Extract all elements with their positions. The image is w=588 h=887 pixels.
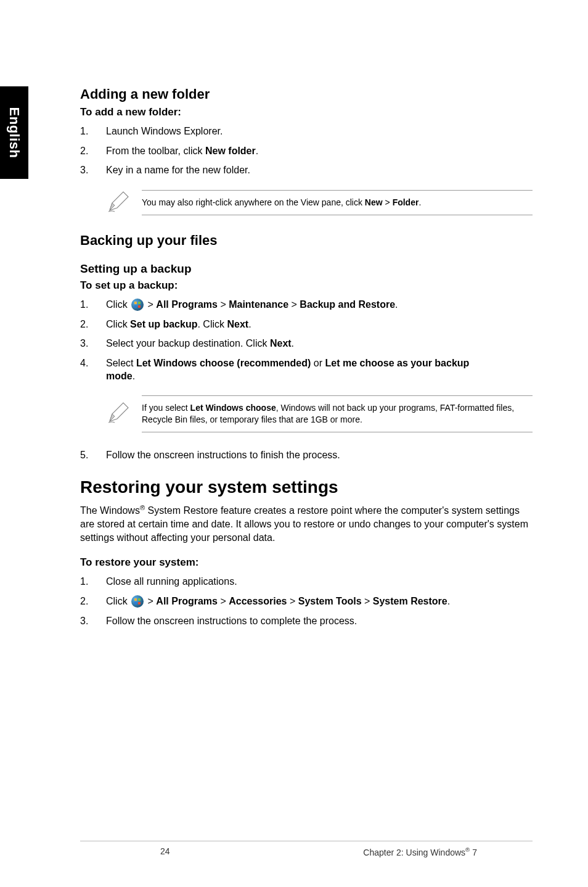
restore-paragraph: The Windows® System Restore feature crea…: [80, 503, 533, 544]
steps-backup: 1. Click > All Programs > Maintenance > …: [80, 298, 533, 383]
list-item: 2. Click Set up backup. Click Next.: [80, 318, 533, 331]
text: .: [256, 146, 258, 156]
step-text: Close all running applications.: [106, 575, 533, 588]
step-text: Key in a name for the new folder.: [106, 163, 533, 177]
text: Click: [106, 299, 130, 310]
text: >: [383, 197, 393, 207]
text: >: [145, 596, 156, 606]
windows-start-icon: [131, 595, 144, 608]
text: Select your backup destination. Click: [106, 338, 270, 349]
step-number: 3.: [80, 337, 106, 350]
step-number: 3.: [80, 614, 106, 628]
list-item: 1. Launch Windows Explorer.: [80, 125, 533, 138]
text: or: [311, 358, 325, 368]
list-item: 3. Follow the onscreen instructions to c…: [80, 614, 533, 628]
text: 7: [470, 848, 477, 857]
text: >: [287, 596, 298, 606]
step-text: From the toolbar, click New folder.: [106, 144, 533, 158]
text: .: [395, 299, 398, 310]
steps-restore: 1. Close all running applications. 2. Cl…: [80, 575, 533, 627]
list-item: 3. Select your backup destination. Click…: [80, 337, 533, 350]
step-number: 3.: [80, 163, 106, 177]
text-bold: System Restore: [373, 596, 447, 606]
chapter-label: Chapter 2: Using Windows® 7: [363, 846, 477, 857]
text: If you select: [142, 403, 190, 413]
text: The Windows: [80, 506, 140, 516]
text: Click: [106, 319, 130, 329]
footer: 24 Chapter 2: Using Windows® 7: [80, 841, 533, 857]
heading-adding-folder: Adding a new folder: [80, 86, 533, 102]
step-number: 2.: [80, 144, 106, 158]
text-bold: All Programs: [156, 596, 218, 606]
heading-backup: Backing up your files: [80, 233, 533, 249]
heading-restoring: Restoring your system settings: [80, 477, 533, 497]
step-number: 1.: [80, 298, 106, 311]
text-bold: Set up backup: [130, 319, 197, 329]
text-bold: System Tools: [298, 596, 362, 606]
text: >: [145, 299, 156, 310]
steps-backup-final: 5. Follow the onscreen instructions to f…: [80, 448, 533, 462]
text: System Restore feature creates a restore…: [80, 506, 528, 543]
list-item: 2. Click > All Programs > Accessories > …: [80, 595, 533, 608]
text: .: [419, 197, 421, 207]
note-content: If you select Let Windows choose, Window…: [142, 395, 533, 432]
pencil-icon: [106, 400, 133, 427]
step-text: Click > All Programs > Accessories > Sys…: [106, 595, 533, 608]
text: .: [133, 371, 135, 381]
pencil-icon: [106, 189, 133, 217]
text: . Click: [197, 319, 227, 329]
side-tab-label: English: [6, 107, 22, 159]
step-text: Follow the onscreen instructions to comp…: [106, 614, 533, 628]
step-text: Click > All Programs > Maintenance > Bac…: [106, 298, 533, 311]
text-bold: Next: [227, 319, 248, 329]
text: Select: [106, 358, 136, 368]
text: >: [288, 299, 300, 310]
step-text: Launch Windows Explorer.: [106, 125, 533, 138]
page-number: 24: [160, 846, 170, 857]
windows-start-icon: [131, 299, 144, 311]
text: >: [362, 596, 373, 606]
text: Click: [106, 596, 130, 606]
step-number: 5.: [80, 448, 106, 462]
subhead-setting-backup: Setting up a backup: [80, 262, 533, 276]
text-bold: All Programs: [156, 299, 218, 310]
text-bold: New folder: [205, 146, 256, 156]
text: Chapter 2: Using Windows: [363, 848, 465, 857]
text-bold: Maintenance: [229, 299, 288, 310]
step-text: Select Let Windows choose (recommended) …: [106, 357, 533, 383]
text-bold: Folder: [393, 197, 419, 207]
text-bold: Backup and Restore: [300, 299, 395, 310]
subhead-restore: To restore your system:: [80, 556, 533, 569]
text: .: [292, 338, 294, 349]
subhead-to-setup-backup: To set up a backup:: [80, 279, 533, 292]
list-item: 4. Select Let Windows choose (recommende…: [80, 357, 533, 383]
list-item: 1. Click > All Programs > Maintenance > …: [80, 298, 533, 311]
list-item: 5. Follow the onscreen instructions to f…: [80, 448, 533, 462]
step-number: 2.: [80, 595, 106, 608]
step-text: Click Set up backup. Click Next.: [106, 318, 533, 331]
note-box: If you select Let Windows choose, Window…: [106, 395, 533, 432]
text-bold: Let Windows choose (recommended): [136, 358, 311, 368]
text-bold: Let Windows choose: [190, 403, 276, 413]
step-text: Select your backup destination. Click Ne…: [106, 337, 533, 350]
step-number: 1.: [80, 575, 106, 588]
list-item: 3. Key in a name for the new folder.: [80, 163, 533, 177]
text: .: [248, 319, 251, 329]
side-tab: English: [0, 86, 28, 179]
text: From the toolbar, click: [106, 146, 205, 156]
list-item: 1. Close all running applications.: [80, 575, 533, 588]
text-bold: Accessories: [229, 596, 287, 606]
steps-add-folder: 1. Launch Windows Explorer. 2. From the …: [80, 125, 533, 177]
text: >: [218, 596, 229, 606]
step-text: Follow the onscreen instructions to fini…: [106, 448, 533, 462]
step-number: 2.: [80, 318, 106, 331]
text-bold: Next: [270, 338, 292, 349]
registered-mark: ®: [140, 504, 145, 511]
text: You may also right-click anywhere on the…: [142, 197, 365, 207]
note-box: You may also right-click anywhere on the…: [106, 189, 533, 217]
step-number: 1.: [80, 125, 106, 138]
text-bold: mode: [106, 371, 133, 381]
text: .: [447, 596, 450, 606]
list-item: 2. From the toolbar, click New folder.: [80, 144, 533, 158]
note-content: You may also right-click anywhere on the…: [142, 190, 533, 215]
